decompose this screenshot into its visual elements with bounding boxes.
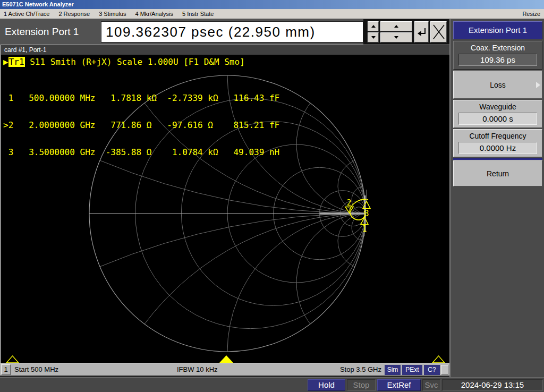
softkey-return[interactable]: Return bbox=[453, 160, 542, 186]
marker-1[interactable]: 1 bbox=[361, 217, 368, 236]
enter-return-icon bbox=[416, 26, 428, 38]
scale-left-indicator-icon bbox=[6, 356, 19, 363]
trace-status-line: ▶Tr1 S11 Smith (R+jX) Scale 1.000U [F1 D… bbox=[3, 57, 245, 67]
svg-text:1: 1 bbox=[362, 224, 367, 234]
submenu-arrow-icon bbox=[536, 82, 540, 88]
cutoff-frequency-value: 0.0000 Hz bbox=[458, 142, 537, 154]
menu-bar: 1 Active Ch/Trace 2 Response 3 Stimulus … bbox=[0, 9, 544, 19]
arrow-up-icon bbox=[371, 25, 376, 28]
scale-right-indicator-icon bbox=[432, 356, 445, 363]
app-window: E5071C Network Analyzer 1 Active Ch/Trac… bbox=[0, 0, 544, 392]
marker-row-3: 3 3.5000000 GHz -385.88 Ω 1.0784 kΩ 49.0… bbox=[3, 148, 279, 157]
softkey-menu-title: Extension Port 1 bbox=[453, 21, 542, 39]
window-title: E5071C Network Analyzer bbox=[2, 1, 74, 7]
menu-item-active-ch-trace[interactable]: 1 Active Ch/Trace bbox=[4, 11, 49, 17]
status-extref: ExtRef bbox=[377, 379, 421, 391]
softkey-label: Return bbox=[454, 163, 542, 185]
softkey-label: Coax. Extension bbox=[454, 44, 542, 52]
marker-row-1: 1 500.00000 MHz 1.7818 kΩ -2.7339 kΩ 116… bbox=[3, 93, 279, 103]
instrument-status-bar: Hold Stop ExtRef Svc 2024-06-29 13:15 bbox=[0, 377, 544, 392]
arrow-down-icon bbox=[371, 36, 376, 39]
softkey-separator bbox=[453, 158, 542, 160]
active-trace-arrow-icon: ▶ bbox=[3, 57, 8, 67]
status-stop: Stop bbox=[347, 379, 376, 391]
step-up-large-button[interactable] bbox=[380, 21, 412, 31]
entry-toolbar: Extension Port 1 bbox=[0, 19, 449, 45]
step-down-small-button[interactable] bbox=[368, 32, 379, 42]
status-hold: Hold bbox=[308, 379, 345, 391]
badge-correction: C? bbox=[424, 365, 440, 375]
step-down-large-button[interactable] bbox=[380, 32, 412, 42]
channel-status-bar: 1 Start 500 MHz IFBW 10 kHz Stop 3.5 GHz… bbox=[0, 363, 449, 377]
softkey-coax-extension[interactable]: Coax. Extension 109.36 ps bbox=[453, 41, 542, 70]
status-datetime: 2024-06-29 13:15 bbox=[442, 379, 543, 391]
menu-item-resize[interactable]: Resize bbox=[522, 11, 540, 17]
sweep-stop-label: Stop 3.5 GHz bbox=[329, 363, 381, 376]
close-x-icon bbox=[432, 23, 446, 41]
arrow-down-icon bbox=[394, 36, 398, 39]
entry-field-label: Extension Port 1 bbox=[5, 19, 79, 45]
softkey-loss[interactable]: Loss bbox=[453, 71, 542, 99]
softkey-panel: Extension Port 1 Coax. Extension 109.36 … bbox=[449, 19, 544, 377]
entry-cancel-button[interactable] bbox=[430, 21, 447, 42]
menu-item-mkr-analysis[interactable]: 4 Mkr/Analysis bbox=[135, 11, 173, 17]
marker-table: 1 500.00000 MHz 1.7818 kΩ -2.7339 kΩ 116… bbox=[3, 75, 279, 175]
window-title-bar: E5071C Network Analyzer bbox=[0, 0, 544, 9]
ifbw-label: IFBW 10 kHz bbox=[177, 363, 218, 376]
badge-blank-box bbox=[441, 365, 448, 375]
channel-number-box: 1 bbox=[1, 364, 11, 375]
extension-value-input[interactable] bbox=[101, 21, 363, 42]
arrow-up-icon bbox=[394, 25, 398, 28]
coax-extension-value: 109.36 ps bbox=[458, 54, 537, 66]
softkey-label: Loss bbox=[454, 73, 542, 97]
menu-item-instr-state[interactable]: 5 Instr State bbox=[182, 11, 214, 17]
sweep-start-label: Start 500 MHz bbox=[14, 363, 58, 376]
measurement-display: card #1, Port-1 bbox=[0, 45, 449, 363]
svg-text:3: 3 bbox=[364, 209, 369, 218]
trace-descriptor: S11 Smith (R+jX) Scale 1.000U [F1 D&M Sm… bbox=[25, 57, 245, 67]
menu-item-stimulus[interactable]: 3 Stimulus bbox=[99, 11, 126, 17]
entry-enter-button[interactable] bbox=[414, 21, 429, 42]
badge-sim: Sim bbox=[385, 365, 401, 375]
trace-name-chip[interactable]: Tr1 bbox=[8, 57, 25, 67]
entry-button-cluster bbox=[363, 19, 449, 45]
status-svc: Svc bbox=[422, 379, 440, 391]
softkey-waveguide[interactable]: Waveguide 0.0000 s bbox=[453, 100, 542, 128]
stimulus-position-indicator-icon bbox=[219, 355, 233, 363]
marker-row-2: >2 2.0000000 GHz 771.86 Ω -97.616 Ω 815.… bbox=[3, 121, 279, 130]
softkey-label: Waveguide bbox=[454, 103, 542, 111]
svg-text:2: 2 bbox=[346, 198, 351, 208]
step-up-small-button[interactable] bbox=[368, 21, 379, 31]
badge-pext: PExt bbox=[402, 365, 422, 375]
softkey-cutoff-frequency[interactable]: Cutoff Frequency 0.0000 Hz bbox=[453, 129, 542, 157]
waveguide-value: 0.0000 s bbox=[458, 113, 537, 125]
softkey-label: Cutoff Frequency bbox=[454, 132, 542, 140]
menu-item-response[interactable]: 2 Response bbox=[58, 11, 90, 17]
